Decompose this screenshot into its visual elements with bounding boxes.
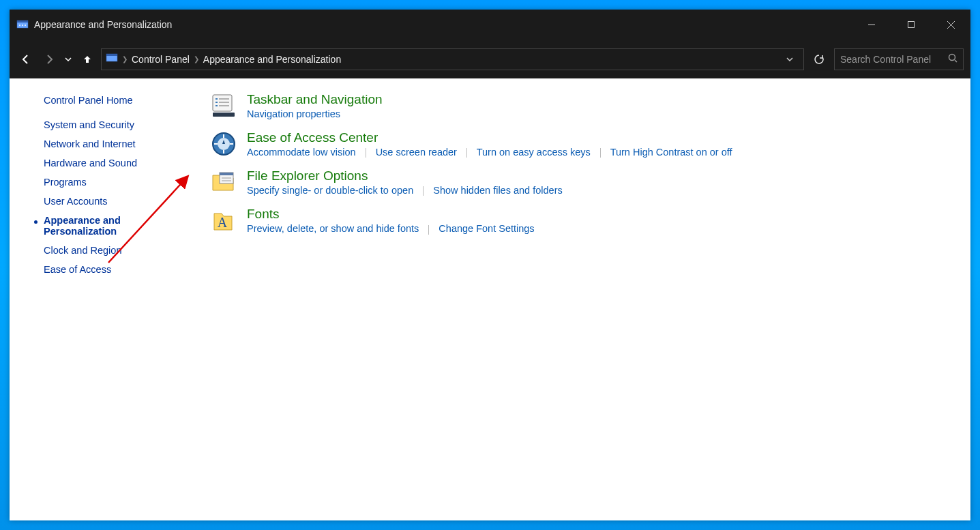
svg-rect-7 (106, 54, 117, 56)
address-bar[interactable]: ❯ Control Panel ❯ Appearance and Persona… (101, 48, 804, 70)
svg-point-8 (949, 55, 955, 61)
category-fonts: A Fonts Preview, delete, or show and hid… (210, 207, 957, 234)
folder-options-icon (210, 168, 237, 196)
search-icon (948, 53, 957, 65)
titlebar: Appearance and Personalization (10, 10, 970, 40)
link-use-screen-reader[interactable]: Use screen reader (376, 147, 457, 158)
separator (428, 225, 429, 235)
category-title[interactable]: Taskbar and Navigation (247, 92, 383, 107)
sidebar-item-user-accounts[interactable]: User Accounts (44, 196, 166, 207)
category-title[interactable]: Fonts (247, 207, 535, 222)
chevron-right-icon: ❯ (194, 55, 199, 63)
category-file-explorer-options: File Explorer Options Specify single- or… (210, 168, 957, 196)
breadcrumb-root[interactable]: Control Panel (132, 54, 190, 65)
address-dropdown-button[interactable] (780, 56, 799, 63)
sidebar-item-appearance-personalization[interactable]: Appearance and Personalization (44, 215, 166, 237)
forward-button[interactable] (40, 50, 59, 69)
category-title[interactable]: Ease of Access Center (247, 130, 732, 145)
svg-rect-5 (908, 22, 915, 28)
search-placeholder: Search Control Panel (840, 54, 948, 65)
fonts-icon: A (210, 207, 237, 234)
link-easy-access-keys[interactable]: Turn on easy access keys (477, 147, 591, 158)
sidebar-item-clock-region[interactable]: Clock and Region (44, 245, 166, 256)
link-change-font-settings[interactable]: Change Font Settings (439, 223, 534, 234)
main-content: Taskbar and Navigation Navigation proper… (180, 78, 970, 520)
separator (466, 148, 467, 158)
link-navigation-properties[interactable]: Navigation properties (247, 108, 340, 119)
link-preview-fonts[interactable]: Preview, delete, or show and hide fonts (247, 223, 419, 234)
window-controls (852, 10, 970, 40)
sidebar: Control Panel Home System and Security N… (10, 78, 180, 520)
sidebar-item-control-panel-home[interactable]: Control Panel Home (44, 95, 166, 106)
search-input[interactable]: Search Control Panel (834, 48, 964, 70)
body: Control Panel Home System and Security N… (10, 78, 970, 520)
sidebar-item-ease-of-access[interactable]: Ease of Access (44, 264, 166, 275)
separator (600, 148, 601, 158)
category-taskbar-navigation: Taskbar and Navigation Navigation proper… (210, 92, 957, 119)
chevron-right-icon: ❯ (122, 55, 128, 63)
recent-locations-button[interactable] (63, 50, 74, 69)
control-panel-window: Appearance and Personalization (10, 10, 970, 520)
svg-point-2 (19, 25, 20, 26)
close-button[interactable] (931, 10, 970, 40)
category-ease-of-access: Ease of Access Center Accommodate low vi… (210, 130, 957, 158)
svg-point-3 (22, 25, 23, 26)
svg-point-4 (25, 25, 26, 26)
window-title: Appearance and Personalization (34, 19, 852, 30)
navbar: ❯ Control Panel ❯ Appearance and Persona… (10, 40, 970, 78)
sidebar-item-system-security[interactable]: System and Security (44, 119, 166, 130)
category-title[interactable]: File Explorer Options (247, 168, 563, 183)
link-single-double-click[interactable]: Specify single- or double-click to open (247, 185, 413, 196)
app-icon (16, 18, 29, 31)
separator (366, 148, 366, 158)
link-hidden-files[interactable]: Show hidden files and folders (433, 185, 562, 196)
back-button[interactable] (16, 50, 35, 69)
taskbar-icon (210, 92, 237, 119)
control-panel-icon (106, 52, 118, 66)
separator (423, 186, 424, 196)
svg-rect-17 (213, 113, 235, 117)
link-high-contrast[interactable]: Turn High Contrast on or off (610, 147, 732, 158)
breadcrumb-current[interactable]: Appearance and Personalization (203, 54, 341, 65)
refresh-button[interactable] (808, 48, 830, 70)
svg-text:A: A (218, 215, 228, 230)
minimize-button[interactable] (852, 10, 891, 40)
svg-rect-21 (220, 173, 233, 175)
sidebar-item-network-internet[interactable]: Network and Internet (44, 138, 166, 149)
sidebar-item-hardware-sound[interactable]: Hardware and Sound (44, 158, 166, 168)
link-accommodate-low-vision[interactable]: Accommodate low vision (247, 147, 356, 158)
ease-of-access-icon (210, 130, 237, 158)
up-button[interactable] (78, 50, 97, 69)
sidebar-item-programs[interactable]: Programs (44, 177, 166, 188)
svg-rect-1 (17, 20, 28, 23)
maximize-button[interactable] (891, 10, 931, 40)
